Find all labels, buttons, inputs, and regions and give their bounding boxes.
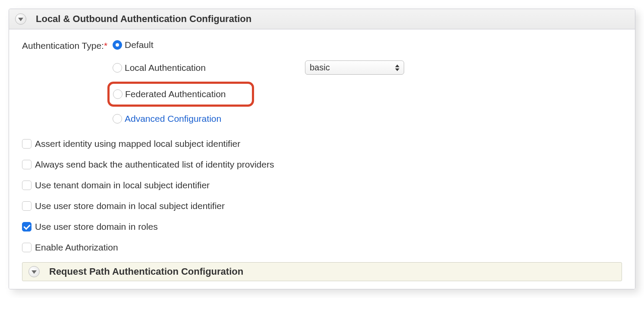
request-path-title: Request Path Authentication Configuratio… bbox=[49, 266, 243, 277]
cb-send-idp-list[interactable] bbox=[22, 160, 31, 169]
cb-userstore-roles[interactable] bbox=[22, 222, 31, 232]
panel-header[interactable]: Local & Outbound Authentication Configur… bbox=[9, 9, 635, 29]
cb-row-enable-authz[interactable]: Enable Authorization bbox=[22, 237, 622, 258]
radio-local[interactable] bbox=[113, 63, 122, 73]
chevron-down-icon[interactable] bbox=[15, 13, 26, 25]
cb-row-userstore-roles[interactable]: Use user store domain in roles bbox=[22, 216, 622, 237]
cb-row-userstore-subject[interactable]: Use user store domain in local subject i… bbox=[22, 196, 622, 216]
cb-tenant-domain-label: Use tenant domain in local subject ident… bbox=[35, 180, 210, 190]
radio-row-local[interactable]: Local Authentication basic bbox=[113, 55, 622, 80]
radio-row-advanced[interactable]: Advanced Configuration bbox=[113, 108, 622, 129]
auth-config-panel: Local & Outbound Authentication Configur… bbox=[9, 9, 635, 289]
cb-userstore-subject-label: Use user store domain in local subject i… bbox=[35, 201, 225, 211]
local-auth-select-value: basic bbox=[310, 63, 330, 72]
radio-local-label: Local Authentication bbox=[125, 63, 206, 73]
auth-type-label-text: Authentication Type: bbox=[22, 41, 104, 51]
cb-assert-identity-label: Assert identity using mapped local subje… bbox=[35, 139, 240, 149]
cb-tenant-domain[interactable] bbox=[22, 181, 31, 190]
chevron-down-icon[interactable] bbox=[28, 266, 40, 277]
auth-type-row: Authentication Type:* Default Local Auth… bbox=[22, 40, 622, 129]
local-auth-select[interactable]: basic bbox=[305, 60, 404, 75]
federated-highlight: Federated Authentication bbox=[107, 82, 254, 107]
radio-default[interactable] bbox=[113, 40, 122, 50]
auth-type-options: Default Local Authentication basic bbox=[113, 40, 622, 129]
cb-send-idp-list-label: Always send back the authenticated list … bbox=[35, 159, 274, 170]
cb-userstore-roles-label: Use user store domain in roles bbox=[35, 222, 158, 232]
panel-body: Authentication Type:* Default Local Auth… bbox=[9, 29, 635, 289]
panel-title: Local & Outbound Authentication Configur… bbox=[36, 13, 251, 25]
cb-row-send-idp-list[interactable]: Always send back the authenticated list … bbox=[22, 154, 622, 175]
radio-advanced[interactable] bbox=[113, 114, 122, 124]
cb-assert-identity[interactable] bbox=[22, 139, 31, 149]
required-asterisk: * bbox=[104, 41, 107, 51]
request-path-panel-header[interactable]: Request Path Authentication Configuratio… bbox=[22, 262, 622, 281]
radio-federated[interactable] bbox=[113, 89, 123, 99]
cb-row-tenant-domain[interactable]: Use tenant domain in local subject ident… bbox=[22, 175, 622, 196]
cb-row-assert-identity[interactable]: Assert identity using mapped local subje… bbox=[22, 133, 622, 154]
auth-type-label: Authentication Type:* bbox=[22, 40, 113, 52]
cb-enable-authz-label: Enable Authorization bbox=[35, 242, 118, 253]
radio-default-label: Default bbox=[125, 40, 154, 50]
radio-advanced-label[interactable]: Advanced Configuration bbox=[125, 114, 221, 124]
radio-row-default[interactable]: Default bbox=[113, 40, 622, 55]
cb-userstore-subject[interactable] bbox=[22, 201, 31, 211]
radio-federated-label: Federated Authentication bbox=[125, 89, 226, 99]
select-arrows-icon bbox=[395, 64, 399, 71]
cb-enable-authz[interactable] bbox=[22, 243, 31, 252]
